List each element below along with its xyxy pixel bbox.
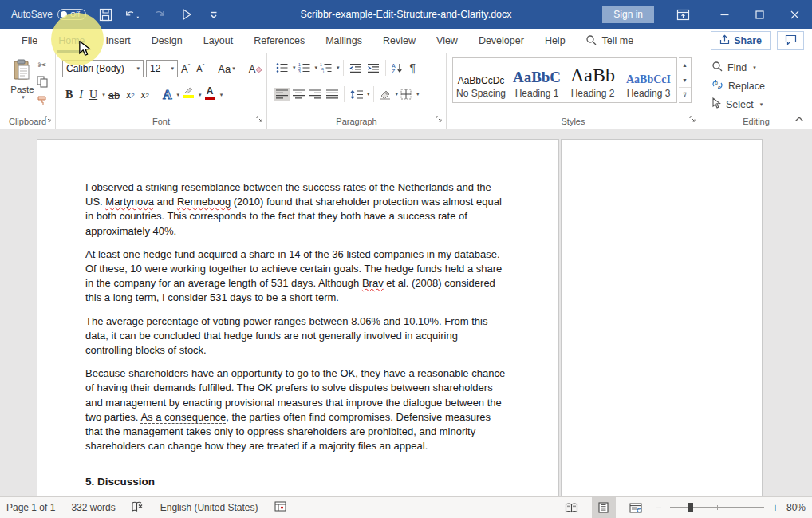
select-button[interactable]: Select ▾ [711,97,763,111]
style-heading-1[interactable]: AaBbCHeading 1 [509,58,565,102]
styles-scroll-up-icon[interactable]: ▲ [679,58,691,73]
share-button[interactable]: Share [711,31,771,50]
comments-button[interactable] [777,31,804,50]
multilevel-list-button[interactable]: 1ai [317,61,335,75]
zoom-out-button[interactable]: − [656,501,662,514]
underline-button[interactable]: U [86,86,101,104]
replace-button[interactable]: bc Replace [711,79,765,93]
zoom-slider-handle[interactable] [688,503,693,512]
print-layout-icon[interactable] [592,497,616,518]
tab-home[interactable]: Home [48,29,95,53]
spellcheck-flagged-text: Brav [362,277,384,289]
ribbon-display-options-icon[interactable] [675,6,691,22]
collapse-ribbon-icon[interactable] [794,113,804,125]
bold-button[interactable]: B [62,86,76,104]
read-mode-icon[interactable] [560,497,584,518]
bullets-button[interactable] [274,61,291,75]
font-dialog-launcher-icon[interactable] [256,114,263,125]
tab-review[interactable]: Review [372,29,426,53]
style-heading-2[interactable]: AaBbHeading 2 [565,58,621,102]
paste-dropdown-caret[interactable]: ▾ [8,94,38,101]
align-right-button[interactable] [307,88,324,101]
zoom-level[interactable]: 80% [786,502,806,513]
styles-group: AaBbCcDcNo SpacingAaBbCHeading 1AaBbHead… [447,53,700,129]
style-heading-3[interactable]: AaBbCcIHeading 3 [621,58,676,102]
tab-help[interactable]: Help [534,29,576,53]
find-icon [711,61,723,74]
proofing-errors-icon[interactable] [132,501,144,515]
grow-font-button[interactable]: Aˆ [178,60,193,77]
borders-button[interactable] [398,87,415,101]
font-color-caret[interactable]: ▾ [220,92,223,98]
word-count[interactable]: 332 words [71,502,115,513]
show-hide-marks-button[interactable]: ¶ [407,61,420,74]
quick-access-toolbar: AutoSave Off [0,6,222,22]
text-highlight-button[interactable] [179,86,197,104]
sort-button[interactable]: AZ [389,61,407,76]
styles-scroll-down-icon[interactable]: ▼ [679,73,691,89]
tab-references[interactable]: References [243,29,315,53]
line-spacing-caret[interactable]: ▾ [367,91,370,97]
increase-indent-button[interactable] [365,61,382,75]
find-button[interactable]: Find ▾ [711,61,756,74]
document-page-2[interactable] [561,139,763,496]
maximize-button[interactable] [742,0,777,29]
font-size-select[interactable]: 12 ▾ [146,60,178,77]
zoom-in-button[interactable]: + [772,501,778,514]
clipboard-dialog-launcher-icon[interactable] [45,114,52,125]
copy-icon[interactable] [37,76,48,90]
close-button[interactable] [777,0,812,29]
tab-design[interactable]: Design [141,29,193,53]
styles-more-icon[interactable]: ⊽ [679,88,691,102]
macro-recording-icon[interactable] [274,501,286,514]
select-label: Select [726,99,754,110]
italic-button[interactable]: I [76,86,86,104]
numbering-button[interactable]: 123 [296,61,313,75]
paragraph-dialog-launcher-icon[interactable] [436,114,443,125]
text-run: 5. Discussion [85,476,155,488]
superscript-button[interactable]: x2 [138,86,152,104]
customize-quick-access-icon[interactable] [206,6,222,22]
tab-layout[interactable]: Layout [193,29,244,53]
line-spacing-button[interactable] [348,88,365,101]
tab-file[interactable]: File [11,29,48,53]
web-layout-icon[interactable] [624,497,648,518]
text-effects-button[interactable]: A [160,86,175,104]
style-no-spacing[interactable]: AaBbCcDcNo Spacing [453,58,509,102]
autosave-control[interactable]: AutoSave Off [11,9,86,20]
align-left-button[interactable] [274,88,290,101]
clear-formatting-button[interactable]: A [246,60,266,77]
tab-insert[interactable]: Insert [96,29,141,53]
styles-dialog-launcher-icon[interactable] [689,114,696,125]
autosave-toggle[interactable]: Off [57,9,86,20]
justify-button[interactable] [324,88,341,101]
minimize-button[interactable] [707,0,742,29]
tab-mailings[interactable]: Mailings [315,29,372,53]
paste-button[interactable]: Paste ▾ [6,59,38,101]
format-painter-icon[interactable] [37,95,48,109]
sign-in-button[interactable]: Sign in [602,6,654,23]
strikethrough-button[interactable]: ab [105,86,123,104]
cut-icon[interactable]: ✂ [38,59,47,71]
repeat-icon[interactable] [179,6,195,22]
font-name-select[interactable]: Calibri (Body) ▾ [62,60,144,77]
undo-icon[interactable] [124,6,140,22]
shrink-font-button[interactable]: Aˇ [193,60,207,77]
align-center-button[interactable] [290,88,307,101]
borders-caret[interactable]: ▾ [416,91,420,97]
change-case-button[interactable]: Aa▾ [215,60,238,77]
page-indicator[interactable]: Page 1 of 1 [6,502,55,513]
tell-me-button[interactable]: Tell me [576,34,644,48]
language-indicator[interactable]: English (United States) [160,502,258,513]
multilevel-list-caret[interactable]: ▾ [337,65,340,71]
decrease-indent-button[interactable] [347,61,365,75]
font-color-button[interactable]: A [202,86,219,104]
tab-developer[interactable]: Developer [468,29,534,53]
tab-view[interactable]: View [426,29,468,53]
save-icon[interactable] [97,6,113,22]
document-page-1[interactable]: I observed a striking resemblance betwee… [37,139,559,496]
shading-button[interactable] [377,88,394,101]
subscript-button[interactable]: x2 [123,86,137,104]
document-text[interactable]: I observed a striking resemblance betwee… [37,140,558,496]
zoom-slider[interactable] [670,507,764,508]
